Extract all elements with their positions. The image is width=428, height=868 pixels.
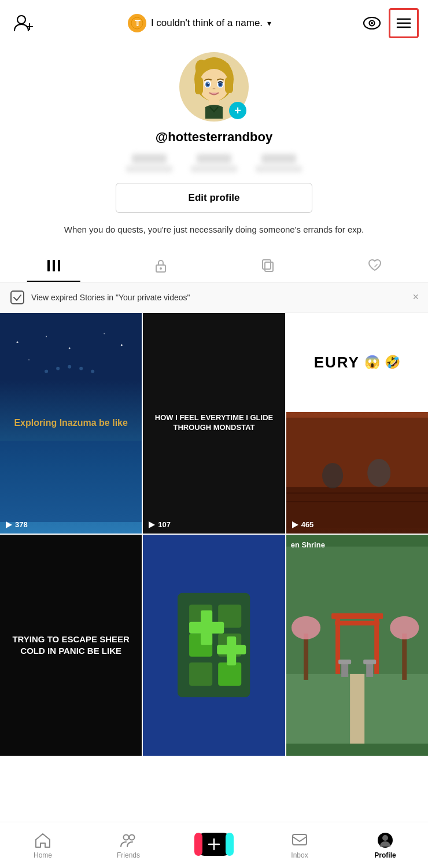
svg-rect-63 xyxy=(189,663,212,686)
video-cell-5[interactable] xyxy=(143,535,285,756)
video-title-4: TRYING TO ESCAPE SHEER COLD IN PANIC BE … xyxy=(0,535,142,756)
svg-point-22 xyxy=(208,83,209,84)
profile-tabs xyxy=(0,249,428,282)
svg-rect-76 xyxy=(304,634,308,680)
svg-point-77 xyxy=(292,616,320,639)
chevron-down-icon: ▾ xyxy=(267,19,271,28)
svg-rect-83 xyxy=(363,660,376,664)
svg-point-53 xyxy=(367,459,390,487)
svg-rect-88 xyxy=(293,834,307,845)
svg-rect-34 xyxy=(265,262,273,271)
video-cell-2[interactable]: HOW I FEEL EVERYTIME I GLIDE THROUGH MON… xyxy=(143,313,285,534)
avatar-wrap: + xyxy=(179,52,249,122)
nav-home-label: Home xyxy=(34,851,52,859)
stat-likes[interactable] xyxy=(256,154,302,172)
edit-profile-button[interactable]: Edit profile xyxy=(116,183,312,213)
stories-close-button[interactable]: × xyxy=(412,291,419,303)
tab-private[interactable] xyxy=(107,249,214,282)
nav-inbox[interactable]: Inbox xyxy=(257,832,342,859)
svg-rect-82 xyxy=(366,663,373,677)
svg-rect-75 xyxy=(350,674,364,744)
tab-liked[interactable] xyxy=(321,249,428,282)
eye-icon[interactable] xyxy=(362,16,382,30)
svg-point-52 xyxy=(322,463,343,488)
top-nav: 𝕋 I couldn't think of a name. ▾ xyxy=(0,0,428,46)
svg-rect-73 xyxy=(331,613,383,619)
add-avatar-button[interactable]: + xyxy=(229,102,246,119)
stories-banner-text[interactable]: View expired Stories in "Your private vi… xyxy=(31,293,407,302)
svg-rect-81 xyxy=(338,660,351,664)
nav-plus[interactable] xyxy=(171,833,257,858)
video-title-2: HOW I FEEL EVERYTIME I GLIDE THROUGH MON… xyxy=(143,313,285,534)
add-user-button[interactable] xyxy=(9,9,37,37)
svg-point-85 xyxy=(130,834,135,840)
coin-icon: 𝕋 xyxy=(128,14,146,32)
svg-rect-28 xyxy=(47,260,50,271)
svg-point-32 xyxy=(160,267,162,270)
video-cell-4[interactable]: TRYING TO ESCAPE SHEER COLD IN PANIC BE … xyxy=(0,535,142,756)
video-play-count-3: 465 xyxy=(291,520,314,529)
bottom-nav: Home Friends Inbox P xyxy=(0,822,428,868)
video-cell-1[interactable]: Exploring Inazuma be like 378 xyxy=(0,313,142,534)
video-grid: Exploring Inazuma be like 378 HOW I FEEL… xyxy=(0,313,428,756)
svg-point-7 xyxy=(371,22,373,24)
eury-banner: EURY 😱 🤣 xyxy=(286,313,428,413)
stories-banner: View expired Stories in "Your private vi… xyxy=(0,282,428,313)
svg-point-21 xyxy=(219,83,222,86)
tab-repost[interactable] xyxy=(214,249,321,282)
video-play-count-2: 107 xyxy=(147,520,171,529)
svg-point-15 xyxy=(199,69,229,101)
nav-inbox-label: Inbox xyxy=(291,851,308,859)
nav-actions xyxy=(362,8,419,38)
svg-rect-74 xyxy=(335,621,379,626)
nav-home[interactable]: Home xyxy=(0,832,86,859)
svg-rect-78 xyxy=(402,634,407,680)
svg-point-84 xyxy=(124,834,129,840)
account-name: I couldn't think of a name. xyxy=(151,17,263,29)
video-title-6: en Shrine xyxy=(291,540,325,549)
svg-marker-56 xyxy=(292,521,298,528)
stories-icon xyxy=(9,289,25,306)
video-title-1: Exploring Inazuma be like xyxy=(0,313,142,534)
profile-section: + @hottesterrandboy Edit profile When yo… xyxy=(0,46,428,249)
tab-grid[interactable] xyxy=(0,249,107,282)
svg-rect-25 xyxy=(195,77,203,94)
svg-rect-26 xyxy=(225,77,233,93)
svg-marker-48 xyxy=(6,521,12,528)
video-cell-3[interactable]: EURY 😱 🤣 465 xyxy=(286,313,428,534)
svg-point-90 xyxy=(382,835,388,841)
username: @hottesterrandboy xyxy=(156,130,272,145)
stats-row xyxy=(12,154,416,172)
nav-friends-label: Friends xyxy=(117,851,140,859)
svg-rect-68 xyxy=(217,645,246,654)
nav-profile[interactable]: Profile xyxy=(342,832,428,859)
svg-rect-66 xyxy=(189,622,224,634)
nav-friends[interactable]: Friends xyxy=(86,832,171,859)
account-selector[interactable]: 𝕋 I couldn't think of a name. ▾ xyxy=(37,14,362,32)
svg-rect-29 xyxy=(53,260,55,271)
hamburger-menu-button[interactable] xyxy=(389,8,419,38)
video-play-count-1: 378 xyxy=(5,520,28,529)
svg-marker-49 xyxy=(149,521,155,528)
svg-point-0 xyxy=(17,16,25,24)
bio-text: When you do quests, you're just necessar… xyxy=(47,223,382,237)
stat-followers[interactable] xyxy=(191,154,237,172)
svg-text:𝕋: 𝕋 xyxy=(134,19,140,28)
svg-rect-64 xyxy=(219,663,242,686)
video-cell-6[interactable]: en Shrine xyxy=(286,535,428,756)
svg-rect-30 xyxy=(58,260,60,271)
svg-rect-33 xyxy=(263,260,271,269)
svg-rect-80 xyxy=(341,663,348,677)
game-scene-bottom xyxy=(286,412,428,534)
stat-following[interactable] xyxy=(126,154,172,172)
nav-profile-label: Profile xyxy=(374,851,396,859)
svg-rect-35 xyxy=(11,291,24,304)
svg-point-79 xyxy=(390,616,419,639)
